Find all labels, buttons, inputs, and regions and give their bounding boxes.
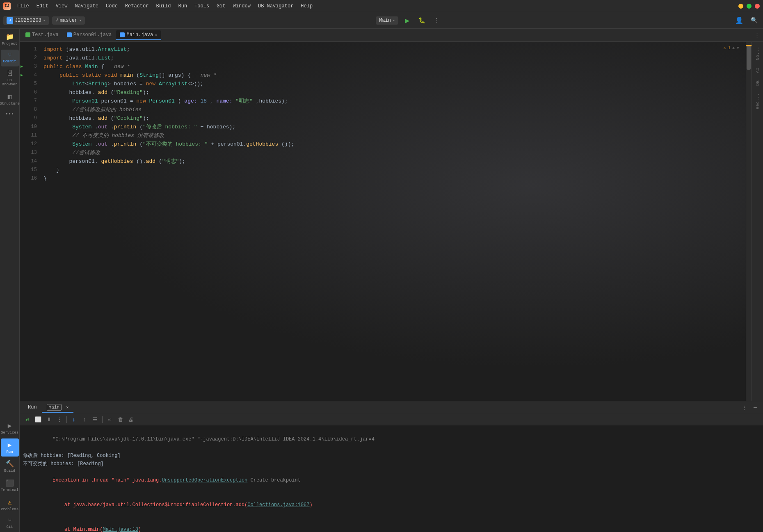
toolbar-divider-2: [102, 416, 103, 423]
menu-code[interactable]: Code: [103, 2, 121, 10]
menu-run[interactable]: Run: [175, 2, 190, 10]
sidebar-item-problems[interactable]: ⚠ Problems: [1, 496, 19, 514]
restart-button[interactable]: ↺: [23, 415, 32, 424]
scroll-to-end-button[interactable]: ↓: [69, 415, 78, 424]
bottom-settings-button[interactable]: ⋮: [740, 403, 749, 412]
tab-close-main[interactable]: ✕: [155, 32, 157, 37]
warning-icon: ⚠: [724, 45, 726, 50]
project-icon: 📁: [6, 33, 14, 41]
menu-edit[interactable]: Edit: [33, 2, 52, 10]
line-num-13: 13: [20, 148, 40, 157]
app-logo: IJ: [3, 2, 11, 10]
sidebar-item-git[interactable]: ⑂ Git: [1, 515, 19, 532]
bottom-panel: Run Main ✕ ⋮ — ↺ ⬜ ⏸ ⋮ ↓ ↑ ☰: [20, 401, 763, 532]
tab-main-java[interactable]: Main.java ✕: [116, 30, 161, 40]
error-link-3[interactable]: Main.java:18: [103, 527, 138, 532]
line-num-1: 1: [20, 45, 40, 54]
branch-selector[interactable]: ⑂ master ▾: [52, 16, 85, 25]
menu-build[interactable]: Build: [153, 2, 174, 10]
sidebar-item-project[interactable]: 📁 Project: [1, 30, 19, 49]
error-link-2[interactable]: Collections.java:1067: [247, 502, 309, 508]
branch-dropdown-icon: ▾: [79, 18, 82, 23]
menu-file[interactable]: File: [14, 2, 32, 10]
stop-button[interactable]: ⬜: [34, 415, 43, 424]
console-output: "C:\Program Files\Java\jdk-17.0.11\bin\j…: [20, 425, 763, 532]
sidebar-item-terminal[interactable]: ⬛ Terminal: [1, 477, 19, 495]
sidebar-item-db-browser[interactable]: 🗄 DB Browser: [1, 67, 19, 89]
code-content[interactable]: ⚠ 1 ▲ ▼ import java.util.ArrayList; impo…: [40, 42, 752, 401]
pause-button[interactable]: ⏸: [44, 415, 53, 424]
tab-person01-java[interactable]: Person01.java: [63, 30, 116, 40]
more-options-button[interactable]: ⋮: [431, 15, 443, 26]
warning-up-arrow[interactable]: ▲: [732, 46, 735, 50]
sidebar-label-services: Services: [1, 431, 18, 435]
line-num-4: ▶ 4: [20, 71, 40, 80]
run-line-4[interactable]: ▶: [21, 71, 23, 80]
search-everywhere-button[interactable]: 🔍: [748, 15, 760, 26]
warning-count: 1: [728, 46, 731, 50]
bottom-tab-run[interactable]: Run: [23, 403, 42, 413]
right-panel: No... AI DB Rec...: [752, 42, 763, 401]
code-line-12: System .out .println ("不可变类的 hobbies: " …: [40, 140, 752, 148]
run-line-3[interactable]: ▶: [21, 62, 23, 71]
branch-icon: ⑂: [55, 18, 58, 23]
sidebar-item-services[interactable]: ▶ Services: [1, 419, 19, 438]
line-num-9: 9: [20, 114, 40, 123]
run-toolbar-more[interactable]: ⋮: [55, 415, 64, 424]
scroll-up-button[interactable]: ↑: [80, 415, 89, 424]
right-tab-db[interactable]: DB: [754, 77, 762, 89]
minimize-button[interactable]: [738, 4, 743, 9]
run-button[interactable]: ▶: [402, 15, 413, 26]
more-icon: •••: [5, 112, 14, 117]
code-line-3: public class Main { new *: [40, 62, 752, 71]
bottom-controls: ⋮ —: [740, 403, 760, 412]
error-link-1[interactable]: UnsupportedOperationException: [162, 477, 247, 483]
bottom-tab-main[interactable]: Main ✕: [42, 403, 74, 413]
menu-refactor[interactable]: Refactor: [122, 2, 152, 10]
bottom-tab-main-close[interactable]: ✕: [66, 405, 69, 410]
tab-test-java[interactable]: Test.java: [21, 30, 63, 40]
code-editor[interactable]: 1 2 ▶ 3 ▶ 4 5 6 7 8 9 10 11: [20, 42, 752, 401]
warning-indicator: ⚠ 1 ▲ ▼: [724, 45, 739, 50]
right-tab-ai[interactable]: AI: [754, 64, 762, 76]
right-tab-notifications[interactable]: No...: [754, 43, 762, 64]
error-text-3b: ): [138, 527, 141, 532]
close-button[interactable]: [755, 4, 760, 9]
menu-git[interactable]: Git: [213, 2, 229, 10]
filter-button[interactable]: ☰: [91, 415, 100, 424]
menu-help[interactable]: Help: [297, 2, 316, 10]
project-selector[interactable]: J J20250208 ▾: [3, 16, 49, 25]
profile-button[interactable]: 👤: [733, 15, 745, 26]
line-num-6: 6: [20, 88, 40, 97]
run-panel-icon: ▶: [8, 441, 12, 449]
sidebar-label-db-browser: DB Browser: [2, 79, 18, 87]
warning-scroll-marker: [746, 45, 752, 46]
menu-navigate[interactable]: Navigate: [71, 2, 102, 10]
tab-more-button[interactable]: ⋮: [753, 31, 761, 39]
scroll-thumb[interactable]: [747, 45, 751, 70]
scroll-gutter: [746, 42, 752, 401]
maximize-button[interactable]: [747, 4, 752, 9]
sidebar-item-structure[interactable]: ◧ Structure: [1, 90, 19, 109]
menu-tools[interactable]: Tools: [191, 2, 212, 10]
breakpoint-hint: Create breakpoint: [247, 477, 301, 483]
sidebar-item-more[interactable]: •••: [1, 109, 19, 120]
git-icon: ⑂: [8, 518, 11, 524]
clear-button[interactable]: 🗑: [116, 415, 125, 424]
debug-button[interactable]: 🐛: [416, 15, 428, 26]
sidebar-item-commit[interactable]: ⑂ Commit: [1, 50, 19, 66]
run-config-selector[interactable]: Main ▾: [376, 16, 398, 25]
line-num-3: ▶ 3: [20, 62, 40, 71]
line-num-5: 5: [20, 80, 40, 88]
code-line-8: //尝试修改原始的 hobbies: [40, 105, 752, 114]
menu-window[interactable]: Window: [230, 2, 254, 10]
sidebar-item-build[interactable]: 🔨 Build: [1, 457, 19, 476]
warning-down-arrow[interactable]: ▼: [736, 46, 739, 50]
print-button[interactable]: 🖨: [126, 415, 135, 424]
menu-view[interactable]: View: [53, 2, 71, 10]
sidebar-item-run[interactable]: ▶ Run: [1, 438, 19, 457]
bottom-minimize-button[interactable]: —: [751, 403, 760, 412]
menu-db-navigator[interactable]: DB Navigator: [255, 2, 297, 10]
soft-wrap-button[interactable]: ⏎: [105, 415, 114, 424]
right-tab-rec[interactable]: Rec...: [754, 90, 762, 113]
